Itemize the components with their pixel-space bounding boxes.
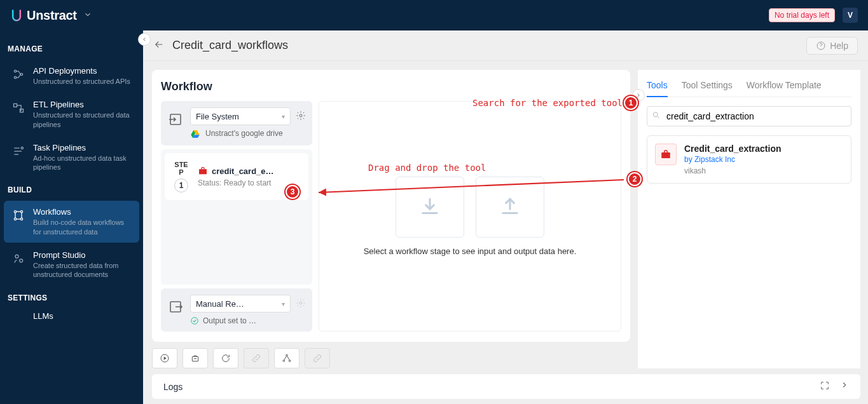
brand-text: Unstract (27, 8, 77, 23)
sidebar-item-label: Prompt Studio (33, 250, 132, 260)
topbar-right: No trial days left V (769, 8, 858, 23)
svg-point-0 (14, 70, 16, 72)
page-header: Credit_card_workflows Help (143, 30, 868, 61)
tab-tool-settings[interactable]: Tool Settings (682, 76, 733, 97)
tools-collapse-button[interactable] (632, 89, 645, 102)
svg-rect-15 (199, 169, 207, 174)
svg-point-11 (20, 259, 23, 262)
sidebar-collapse-button[interactable] (138, 33, 151, 46)
search-input[interactable] (647, 106, 851, 126)
expand-icon[interactable] (820, 380, 830, 393)
help-button[interactable]: Help (806, 37, 858, 55)
search-wrap (647, 106, 851, 126)
chevron-down-icon: ▾ (282, 300, 285, 307)
svg-point-8 (14, 219, 16, 220)
drop-box-output[interactable] (476, 177, 544, 238)
sidebar-item-workflows[interactable]: WorkflowsBuild no-code data workflows fo… (4, 201, 139, 243)
svg-rect-3 (14, 104, 17, 107)
logs-bar[interactable]: Logs (152, 374, 860, 399)
workflow-icon (11, 208, 25, 222)
sidebar-item-sub: Create structured data from unstructured… (33, 261, 132, 279)
tool-author: by Zipstack Inc (684, 155, 843, 164)
llm-icon (11, 313, 25, 327)
step-status: Status: Ready to start (198, 178, 301, 187)
tool-user: vikash (684, 166, 843, 175)
sidebar-item-task-pipelines[interactable]: Task PipelinesAd-hoc unstructured data t… (4, 137, 139, 178)
tab-tools[interactable]: Tools (647, 76, 668, 97)
sidebar-item-prompt-studio[interactable]: Prompt StudioCreate structured data from… (4, 244, 139, 286)
input-type-select[interactable]: File System ▾ (190, 107, 291, 125)
body: MANAGE API DeploymentsUnstructured to st… (0, 30, 868, 404)
svg-point-18 (191, 318, 198, 325)
sidebar-heading-manage: MANAGE (0, 38, 143, 58)
reload-button[interactable] (213, 348, 238, 368)
workflow-card: Workflow File System ▾ (152, 70, 630, 342)
briefcase-icon (198, 166, 208, 176)
sidebar-item-label: Workflows (33, 207, 132, 217)
check-circle-icon (190, 316, 199, 325)
svg-point-2 (20, 73, 22, 75)
share-button[interactable] (274, 348, 300, 368)
svg-point-5 (21, 147, 23, 149)
run-button[interactable] (152, 348, 177, 368)
svg-point-22 (283, 360, 285, 362)
tool-card[interactable]: Credit_card_extraction by Zipstack Inc v… (647, 135, 851, 184)
output-icon (167, 299, 184, 315)
step-number: 1 (174, 178, 188, 192)
sidebar-item-llms[interactable]: LLMs (4, 309, 139, 327)
workflow-canvas[interactable]: Select a workflow stage to see input and… (319, 101, 621, 332)
steps-list: STEP 1 credit_card_e… Status: Ready (161, 149, 312, 285)
input-source-label: Unstract's google drive (205, 129, 283, 139)
logs-label: Logs (163, 382, 183, 392)
input-block: File System ▾ Unstract's google drive (161, 101, 312, 145)
input-settings-button[interactable] (296, 111, 306, 123)
input-type-value: File System (196, 112, 239, 121)
trial-badge: No trial days left (769, 8, 835, 22)
link-button-1 (244, 348, 269, 368)
svg-point-17 (300, 302, 302, 304)
step-card[interactable]: STEP 1 credit_card_e… Status: Ready (165, 153, 308, 200)
svg-point-21 (286, 354, 288, 356)
output-type-select[interactable]: Manual Re… ▾ (190, 295, 291, 313)
output-type-value: Manual Re… (196, 299, 244, 309)
api-icon (11, 67, 25, 81)
chevron-down-icon[interactable] (83, 10, 92, 21)
sidebar-item-label: ETL Pipelines (33, 100, 132, 109)
help-label: Help (830, 41, 848, 51)
svg-point-6 (14, 211, 16, 213)
chevron-down-icon: ▾ (282, 113, 285, 120)
prompt-studio-icon (11, 252, 25, 266)
tools-tabs: Tools Tool Settings Workflow Template (647, 76, 851, 97)
avatar[interactable]: V (843, 8, 858, 23)
step-label: STEP (172, 161, 190, 176)
output-block: Manual Re… ▾ Output set to … (161, 288, 312, 332)
svg-point-7 (20, 211, 22, 213)
canvas-hint: Select a workflow stage to see input and… (364, 246, 577, 256)
sidebar-item-sub: Build no-code data workflows for unstruc… (33, 218, 132, 236)
sidebar-item-api-deployments[interactable]: API DeploymentsUnstructured to structure… (4, 60, 139, 92)
upload-icon (498, 195, 522, 219)
drop-zones (396, 177, 544, 238)
output-settings-button[interactable] (296, 298, 306, 310)
sidebar-item-sub: Unstructured to structured APIs (33, 77, 130, 86)
cache-button[interactable] (183, 348, 208, 368)
svg-point-9 (20, 219, 22, 220)
svg-point-24 (653, 112, 658, 117)
chevron-right-icon[interactable] (840, 380, 849, 393)
drop-box-input[interactable] (396, 177, 464, 238)
help-icon (816, 41, 826, 51)
svg-point-1 (14, 76, 16, 78)
logo[interactable]: Unstract (10, 8, 77, 23)
download-icon (418, 195, 442, 219)
back-icon[interactable] (153, 39, 165, 52)
tab-workflow-template[interactable]: Workflow Template (747, 76, 822, 97)
sidebar-heading-build: BUILD (0, 179, 143, 199)
svg-point-10 (15, 255, 18, 258)
sidebar: MANAGE API DeploymentsUnstructured to st… (0, 30, 143, 404)
sidebar-item-sub: Unstructured to structured data pipeline… (33, 111, 132, 129)
sidebar-item-etl-pipelines[interactable]: ETL PipelinesUnstructured to structured … (4, 93, 139, 135)
etl-icon (11, 101, 25, 115)
search-icon (652, 111, 661, 122)
tools-panel: Tools Tool Settings Workflow Template Cr… (638, 70, 860, 368)
topbar: Unstract No trial days left V (0, 0, 868, 30)
